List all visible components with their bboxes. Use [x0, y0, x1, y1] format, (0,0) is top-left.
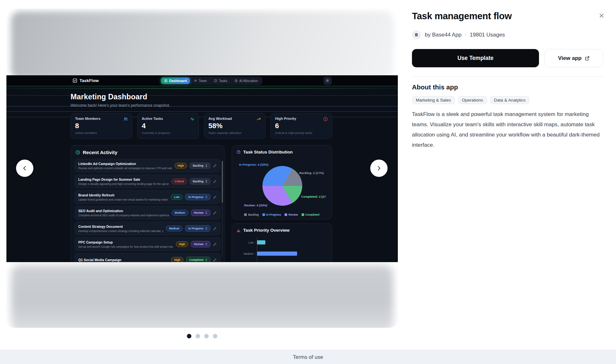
legend-swatch [262, 213, 265, 216]
task-description: Complete technical SEO audit of company … [78, 214, 169, 217]
tab-label: AI Allocation [239, 79, 258, 83]
status-dropdown: In Progress [185, 194, 210, 200]
tab-tasks: Tasks [211, 78, 231, 84]
chevrons-up-down-icon [205, 258, 207, 261]
use-template-button[interactable]: Use Template [412, 49, 539, 67]
stat-label: High Priority [275, 117, 328, 120]
terms-of-use-link[interactable]: Terms of use [293, 354, 323, 360]
bar-chart-icon [236, 228, 241, 232]
author-byline: by Base44 App · 19801 Usages [425, 32, 505, 38]
edit-icon [213, 227, 217, 230]
chevrons-up-down-icon [205, 243, 207, 246]
chevrons-up-down-icon [205, 164, 207, 167]
carousel-dots [187, 334, 218, 338]
users-icon [194, 79, 197, 82]
pie-callout-backlog: Backlog: 2 (17%) [299, 171, 324, 175]
legend-label: In Progress [266, 213, 281, 216]
legend-swatch [285, 213, 287, 216]
task-status-distribution-panel: Task Status Distribution In Progress: 4 … [232, 145, 332, 219]
about-heading: About this app [412, 83, 604, 91]
pie-callout-review: Review: 4 (33%) [244, 203, 267, 207]
carousel-prev-button[interactable] [16, 160, 33, 177]
bar-row-medium: Medium [232, 252, 297, 256]
stat-value: 58% [209, 122, 261, 130]
dashboard-title: Marketing Dashboard [71, 93, 332, 101]
dashboard-nav-tabs: Dashboard Team Tasks AI Allocation [160, 77, 262, 85]
template-title: Task management flow [412, 11, 604, 21]
task-row: SEO Audit and Optimization Complete tech… [75, 206, 220, 219]
priority-badge: High [176, 241, 188, 247]
view-app-label: View app [558, 55, 581, 62]
task-row: Q1 Social Media Campaign High Completed [75, 253, 220, 262]
task-description: Review and optimize current Linkedin ad … [78, 167, 172, 170]
priority-badge: Medium [172, 210, 188, 216]
footer-bar: Terms of use [0, 350, 616, 364]
stat-sublabel: Critical & High priority tasks [275, 131, 328, 135]
chevrons-up-down-icon [205, 180, 207, 183]
alert-circle-icon [323, 117, 328, 121]
task-title: PPC Campaign Setup [78, 240, 173, 244]
bar-medium [257, 252, 297, 256]
stat-card-active-tasks: Active Tasks 4 Currently in progress [137, 113, 199, 139]
axis-tick [254, 242, 256, 243]
tab-label: Tasks [219, 79, 227, 83]
stat-label: Team Members [75, 117, 128, 120]
legend-item-completed: Completed [302, 213, 320, 216]
edit-icon [213, 242, 217, 246]
taskflow-dashboard-screenshot: TaskFlow Dashboard Team Ta [6, 75, 398, 262]
task-description: Design a visually appealing and high-con… [78, 182, 169, 186]
pie-panel-header: Task Status Distribution [232, 145, 332, 157]
screenshot-carousel: TaskFlow Dashboard Team Ta [0, 0, 404, 350]
task-description: Set up and launch Google Ads campaigns f… [78, 245, 173, 248]
task-title: SEO Audit and Optimization [78, 209, 169, 213]
stat-value: 4 [142, 122, 194, 130]
carousel-dot-1[interactable] [187, 334, 192, 338]
task-row: LinkedIn Ad Campaign Optimization Review… [75, 159, 220, 172]
status-dropdown: Review [191, 241, 210, 247]
status-label: Review [194, 243, 203, 246]
legend-swatch [302, 213, 304, 216]
close-button[interactable] [597, 12, 606, 20]
stat-value: 8 [75, 122, 128, 130]
chevron-left-icon [21, 165, 28, 171]
panel-title: Task Priority Overview [243, 228, 290, 233]
carousel-next-button[interactable] [370, 160, 388, 177]
edit-icon [213, 179, 217, 183]
task-row: PPC Campaign Setup Set up and launch Goo… [75, 237, 220, 251]
legend-label: Review [288, 213, 298, 216]
author-name: by Base44 App [425, 32, 461, 38]
author-avatar: B [412, 30, 421, 39]
stat-card-team-members: Team Members 8 Active members [71, 113, 132, 139]
scrollbar-thumb [222, 161, 223, 203]
gear-icon [325, 79, 329, 83]
external-link-icon [585, 56, 590, 61]
task-title: LinkedIn Ad Campaign Optimization [78, 162, 172, 166]
tag-marketing-sales: Marketing & Sales [412, 96, 455, 104]
stat-label: Active Tasks [142, 117, 194, 120]
users-icon [123, 117, 128, 121]
status-dropdown: Backlog [190, 178, 210, 185]
carousel-dot-2[interactable] [196, 334, 200, 338]
check-square-icon [214, 79, 217, 82]
pie-legend: Backlog In Progress Review Completed [232, 213, 332, 216]
carousel-dot-3[interactable] [204, 334, 209, 338]
blurred-preview-bottom [11, 265, 393, 328]
status-dropdown: Completed [186, 257, 210, 262]
charts-column: Task Status Distribution In Progress: 4 … [232, 145, 332, 262]
task-description: Update brand guidelines and create new v… [78, 198, 168, 201]
byline-separator: · [465, 32, 466, 38]
task-info: Q1 Social Media Campaign [78, 258, 168, 262]
task-title: Content Strategy Document [78, 225, 163, 228]
priority-badge: Medium [166, 226, 183, 231]
tab-dashboard: Dashboard [161, 78, 190, 84]
view-app-button[interactable]: View app [544, 49, 603, 67]
legend-item-backlog: Backlog [244, 213, 259, 216]
stat-card-high-priority: High Priority 6 Critical & High priority… [270, 113, 332, 139]
carousel-dot-4[interactable] [213, 334, 218, 338]
task-info: SEO Audit and Optimization Complete tech… [78, 209, 169, 217]
ai-allocation-icon [235, 79, 238, 82]
dashboard-panels: Recent Activity LinkedIn Ad Campaign Opt… [71, 145, 332, 262]
task-title: Brand Identity Refresh [78, 193, 168, 197]
brand-name: TaskFlow [80, 78, 99, 83]
author-row: B by Base44 App · 19801 Usages [412, 30, 604, 39]
